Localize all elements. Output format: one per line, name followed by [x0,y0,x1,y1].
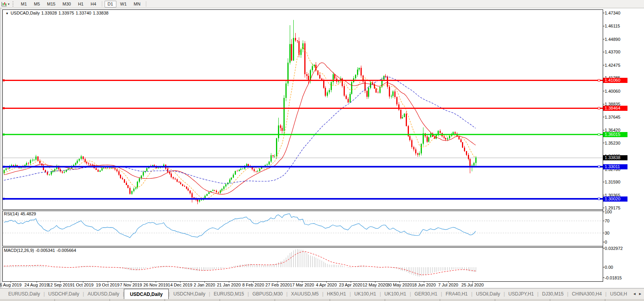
chart-tab-fra40-h1[interactable]: FRA40,H1 [442,288,471,299]
hline-left-anchor [3,134,5,136]
tab-scroll-left-icon[interactable]: ◂ [633,290,636,297]
price-tick-label: 1.43700 [605,50,620,54]
chart-tab-china300-h4[interactable]: CHINA300,H4 [569,288,605,299]
date-tick-label: 12 Sep 2019 [48,283,72,287]
chart-tab-uk100-h1[interactable]: UK100,H1 [381,288,410,299]
candles-layer[interactable] [4,20,477,204]
chart-tabs-bar: EURUSD,Daily|USDCHF,Daily|AUDUSD,Daily|U… [0,288,644,299]
price-tick-label: 1.37645 [605,115,620,119]
date-tick-label: 24 Aug 2019 [24,283,49,287]
hline-price-tag: 1.38464 [603,106,627,111]
high-value: 1.33975 [59,11,74,15]
macd-signal-line [4,251,476,275]
date-tick-label: 7 Nov 2019 [120,283,142,287]
macd-tick-label: 0.032972 [605,246,623,251]
hline-price-tag: 1.30020 [603,196,627,202]
chart-tab-audusd-daily[interactable]: AUDUSD,Daily [84,288,123,299]
chart-canvas[interactable] [0,0,644,301]
mt4-terminal-window: ▾ M1M5M15M30H1H4D1W1MN ▼USDCAD,Daily1.33… [0,0,644,301]
horizontal-lines-layer[interactable] [3,79,603,200]
chart-tab-usdcnh-daily[interactable]: USDCNH,Daily [170,288,209,299]
rsi-tick-label: 100 [605,209,612,214]
date-tick-label: 18 Jun 2020 [412,283,436,287]
macd-tick-label: -0.01815 [605,275,622,280]
price-tick-label: 1.42475 [605,63,620,68]
hline-price-tag: 1.33011 [603,164,627,169]
chart-tab-xauusd-m5[interactable]: XAUUSD,M5 [287,288,322,299]
open-value: 1.33928 [41,11,57,15]
date-tick-label: 23 Apr 2020 [339,283,362,287]
hline-right-anchor [598,198,600,200]
rsi-value: 45.4829 [20,211,36,216]
hline-right-anchor [598,79,600,81]
rsi-tick-label: 0 [605,240,607,244]
hline-price-tag: 1.36015 [603,132,627,137]
chart-tab-eurusd-daily[interactable]: EURUSD,Daily [5,288,44,299]
price-panel-border [3,10,603,210]
price-tick-label: 1.35230 [605,141,620,145]
price-tick-label: 1.31590 [605,180,620,184]
moving-average-8[interactable] [4,46,476,199]
date-tick-label: 19 Oct 2019 [96,283,120,287]
price-tick-label: 1.47340 [605,11,620,15]
low-value: 1.33740 [75,11,91,15]
hline-right-anchor [598,134,600,136]
date-tick-label: 21 Jan 2020 [217,283,241,287]
chart-tab-usdcad-daily[interactable]: USDCAD,Daily [124,289,168,299]
price-tick-label: 1.44890 [605,37,620,42]
price-tick-label: 1.46115 [605,24,620,28]
date-tick-label: 2 Jan 2020 [194,283,215,287]
chart-tab-gbpusd-m30[interactable]: GBPUSD,M30 [249,288,286,299]
hline-left-anchor [3,107,5,109]
symbol-label: USDCAD,Daily [11,11,40,15]
date-tick-label: 12 May 2020 [362,283,388,287]
hline-left-anchor [3,166,5,168]
bid-price-tag: 1.33838 [603,155,627,160]
date-tick-label: 25 Jul 2020 [462,283,484,287]
rsi-name: RSI(14) [4,211,19,216]
macd-name: MACD(12,26,9) [4,248,34,253]
hline-right-anchor [598,107,600,109]
close-value: 1.33838 [93,11,109,15]
window-bottom-strip [0,299,644,301]
ohlc-header: ▼USDCAD,Daily1.339281.339751.337401.3383… [6,11,110,15]
hline-left-anchor [3,198,5,200]
date-tick-label: 4 Apr 2020 [316,283,337,287]
chart-tab-eurusd-m15[interactable]: EURUSD,M15 [210,288,247,299]
hline-right-anchor [598,166,600,168]
date-tick-label: 17 Mar 2020 [290,283,314,287]
chart-tab-usoil-daily[interactable]: USOil,Daily [473,288,504,299]
date-tick-label: 30 May 2020 [387,283,412,287]
chart-tab-usoil-h[interactable]: USOil,H [607,288,631,299]
date-tick-label: 26 Nov 2019 [144,283,168,287]
chart-tab-usdchf-daily[interactable]: USDCHF,Daily [45,288,83,299]
chart-tab-usdjpy-h1[interactable]: USDJPY,H1 [505,288,537,299]
collapse-triangle-icon[interactable]: ▼ [6,12,9,15]
tab-scroll-arrows: ◂ ▸ [632,290,642,297]
date-tick-label: 7 Jul 2020 [438,283,458,287]
moving-average-20[interactable] [4,63,476,195]
macd-signal-value: -0.005664 [57,248,76,253]
chart-tab-ger30-h1[interactable]: GER30,H1 [411,288,441,299]
macd-layer[interactable] [4,249,476,277]
date-tick-label: 8 Feb 2020 [242,283,264,287]
chart-tab-dj30-m15[interactable]: DJ30,M15 [539,288,567,299]
chart-tab-uk100-h1[interactable]: UK100,H1 [351,288,379,299]
date-tick-label: 1 Oct 2019 [72,283,94,287]
chart-tab-hk50-h1[interactable]: HK50,H1 [324,288,350,299]
date-tick-label: 27 Feb 2020 [265,283,290,287]
macd-header: MACD(12,26,9)-0.005341-0.005664 [4,248,78,253]
rsi-tick-label: 70 [605,218,609,223]
macd-main-value: -0.005341 [35,248,55,253]
rsi-header: RSI(14)45.4829 [4,211,38,216]
price-tick-label: 1.40060 [605,89,620,94]
rsi-line[interactable] [4,214,476,238]
macd-tick-label: 0.00 [605,265,613,270]
hline-left-anchor [3,79,5,81]
rsi-panel-border [3,211,603,246]
date-tick-label: 14 Dec 2019 [168,283,192,287]
rsi-tick-label: 30 [605,231,609,235]
date-tick-label: 6 Aug 2019 [0,283,22,287]
tab-scroll-right-icon[interactable]: ▸ [639,290,641,297]
hline-price-tag: 1.41060 [603,78,627,83]
